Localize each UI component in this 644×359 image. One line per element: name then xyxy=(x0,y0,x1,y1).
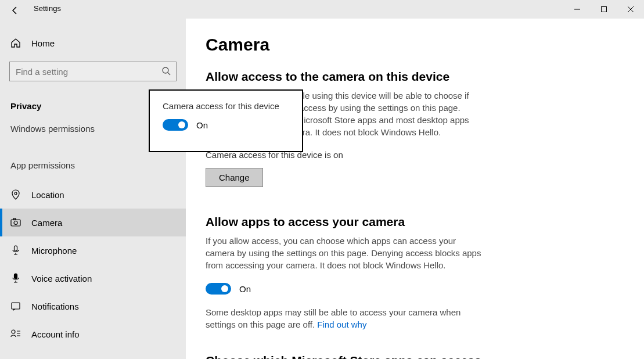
search-icon xyxy=(161,66,171,76)
sidebar-item-label: Account info xyxy=(31,329,80,339)
microphone-icon xyxy=(10,245,21,256)
sidebar-item-camera[interactable]: Camera xyxy=(0,209,186,236)
home-icon xyxy=(10,38,21,48)
sidebar-item-label: Voice activation xyxy=(31,274,92,283)
section-apps-access-body: If you allow access, you can choose whic… xyxy=(206,235,484,271)
content-area: Camera Allow access to the camera on thi… xyxy=(186,19,644,359)
svg-point-6 xyxy=(15,192,17,195)
section-device-access-title: Allow access to the camera on this devic… xyxy=(206,70,621,84)
sidebar-item-label: Notifications xyxy=(31,301,79,311)
section-store-apps-title: Choose which Microsoft Store apps can ac… xyxy=(206,354,621,359)
sidebar-item-label: Camera xyxy=(31,218,62,228)
svg-rect-7 xyxy=(11,220,20,226)
apps-access-toggle[interactable] xyxy=(206,283,231,295)
sidebar-item-label: Location xyxy=(31,190,64,200)
popup-toggle-label: On xyxy=(196,120,208,130)
voice-activation-icon xyxy=(10,273,21,283)
apps-access-toggle-label: On xyxy=(239,284,251,294)
minimize-button[interactable] xyxy=(564,0,591,19)
sidebar-item-microphone[interactable]: Microphone xyxy=(0,236,186,264)
section-apps-access-title: Allow apps to access your camera xyxy=(206,215,621,229)
svg-rect-1 xyxy=(602,7,607,12)
account-info-icon xyxy=(10,329,21,339)
svg-point-4 xyxy=(163,67,168,73)
maximize-button[interactable] xyxy=(591,0,617,19)
sidebar-item-voice-activation[interactable]: Voice activation xyxy=(0,264,186,292)
svg-rect-10 xyxy=(15,246,17,251)
arrow-left-icon xyxy=(10,6,20,15)
change-button[interactable]: Change xyxy=(206,168,263,187)
find-out-why-link[interactable]: Find out why xyxy=(317,319,366,329)
popup-title: Camera access for this device xyxy=(163,101,290,111)
camera-icon xyxy=(10,217,21,228)
window-title: Settings xyxy=(34,4,61,13)
home-label: Home xyxy=(31,38,55,48)
search-input[interactable] xyxy=(9,62,177,81)
popup-toggle[interactable] xyxy=(163,119,188,131)
page-title: Camera xyxy=(206,35,621,55)
apps-access-note: Some desktop apps may still be able to a… xyxy=(206,306,461,331)
svg-rect-9 xyxy=(13,218,16,220)
svg-point-8 xyxy=(14,221,17,225)
svg-line-5 xyxy=(168,73,170,75)
close-button[interactable] xyxy=(617,0,644,19)
home-nav[interactable]: Home xyxy=(0,31,186,55)
sidebar-item-location[interactable]: Location xyxy=(0,181,186,209)
svg-point-13 xyxy=(12,330,15,333)
sidebar-item-notifications[interactable]: Notifications xyxy=(0,292,186,320)
svg-rect-12 xyxy=(12,303,20,309)
title-bar: Settings xyxy=(0,0,644,19)
sidebar: Home Privacy Windows permissions App per… xyxy=(0,19,186,359)
back-button[interactable] xyxy=(8,3,22,17)
notifications-icon xyxy=(10,301,21,311)
sidebar-item-label: Microphone xyxy=(31,246,77,256)
location-icon xyxy=(10,189,21,200)
sidebar-item-account-info[interactable]: Account info xyxy=(0,320,186,348)
camera-access-popup: Camera access for this device On xyxy=(149,89,303,152)
svg-rect-11 xyxy=(15,274,17,279)
